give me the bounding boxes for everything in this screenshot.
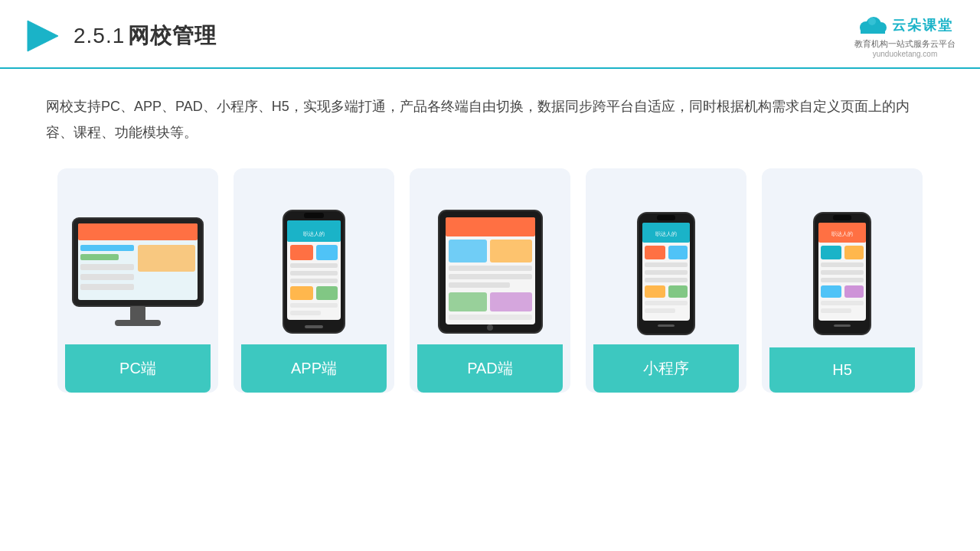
svg-rect-69 bbox=[821, 278, 864, 282]
svg-rect-11 bbox=[80, 254, 119, 260]
svg-rect-42 bbox=[449, 292, 487, 311]
svg-rect-20 bbox=[304, 213, 324, 218]
svg-rect-30 bbox=[290, 303, 338, 308]
cards-section: PC端 职达人的 bbox=[0, 161, 980, 408]
logo-cloud: 云朵课堂 bbox=[857, 14, 953, 37]
logo-area: 云朵课堂 教育机构一站式服务云平台 yunduoketang.com bbox=[854, 14, 956, 58]
svg-rect-15 bbox=[80, 284, 134, 290]
card-pad-label: PAD端 bbox=[417, 344, 563, 393]
phone-mini-device-icon: 职达人的 bbox=[635, 210, 697, 337]
svg-rect-72 bbox=[821, 301, 864, 305]
logo-text: 云朵课堂 bbox=[892, 16, 953, 34]
svg-rect-67 bbox=[821, 262, 864, 267]
svg-rect-10 bbox=[80, 245, 134, 251]
logo-subtitle: 教育机构一站式服务云平台 bbox=[854, 38, 956, 50]
page-title: 2.5.1网校管理 bbox=[74, 21, 217, 51]
svg-rect-12 bbox=[138, 245, 195, 272]
svg-rect-31 bbox=[290, 311, 321, 315]
tablet-device-icon bbox=[435, 207, 546, 337]
svg-rect-39 bbox=[449, 266, 532, 271]
svg-rect-62 bbox=[833, 215, 851, 220]
svg-rect-57 bbox=[645, 301, 688, 305]
svg-rect-59 bbox=[658, 324, 675, 327]
monitor-device-icon bbox=[69, 214, 207, 337]
card-pc-label: PC端 bbox=[65, 344, 211, 393]
svg-rect-41 bbox=[449, 282, 510, 288]
card-h5: 职达人的 H5 bbox=[762, 168, 923, 393]
page-container: 2.5.1网校管理 云朵课堂 教育机构一站式服务云平台 yunduok bbox=[0, 0, 980, 551]
svg-rect-16 bbox=[130, 306, 145, 321]
svg-rect-54 bbox=[645, 278, 688, 282]
logo-url: yunduoketang.com bbox=[873, 50, 938, 58]
svg-rect-66 bbox=[844, 246, 864, 259]
pad-image-area bbox=[417, 184, 563, 337]
svg-rect-26 bbox=[290, 271, 338, 276]
header-left: 2.5.1网校管理 bbox=[24, 18, 217, 54]
svg-rect-9 bbox=[78, 223, 198, 240]
svg-rect-32 bbox=[305, 325, 323, 328]
svg-rect-74 bbox=[834, 324, 851, 327]
svg-rect-28 bbox=[290, 286, 313, 300]
svg-text:职达人的: 职达人的 bbox=[303, 231, 325, 237]
description-paragraph: 网校支持PC、APP、PAD、小程序、H5，实现多端打通，产品各终端自由切换，数… bbox=[46, 93, 934, 145]
phone-app-device-icon: 职达人的 bbox=[279, 207, 348, 337]
svg-rect-5 bbox=[861, 28, 885, 34]
svg-text:职达人的: 职达人的 bbox=[831, 231, 853, 237]
svg-rect-58 bbox=[645, 308, 675, 313]
card-miniprogram: 职达人的 小程序 bbox=[586, 168, 746, 393]
pc-image-area bbox=[65, 184, 211, 337]
app-image-area: 职达人的 bbox=[241, 184, 387, 337]
svg-rect-73 bbox=[821, 308, 851, 313]
svg-rect-53 bbox=[645, 270, 688, 275]
header: 2.5.1网校管理 云朵课堂 教育机构一站式服务云平台 yunduok bbox=[0, 0, 980, 69]
svg-rect-68 bbox=[821, 270, 864, 275]
svg-rect-23 bbox=[290, 245, 313, 260]
svg-rect-13 bbox=[80, 264, 134, 270]
svg-rect-27 bbox=[290, 279, 338, 283]
svg-rect-51 bbox=[668, 246, 688, 259]
svg-rect-40 bbox=[449, 274, 532, 279]
svg-rect-29 bbox=[316, 286, 338, 300]
svg-rect-14 bbox=[80, 274, 134, 280]
svg-point-35 bbox=[487, 324, 493, 331]
svg-rect-24 bbox=[316, 245, 338, 260]
svg-rect-52 bbox=[645, 262, 688, 267]
svg-rect-50 bbox=[645, 246, 665, 259]
svg-rect-71 bbox=[844, 285, 864, 298]
miniprogram-image-area: 职达人的 bbox=[593, 184, 739, 337]
card-h5-label: H5 bbox=[769, 347, 915, 393]
svg-rect-43 bbox=[490, 292, 532, 311]
svg-rect-55 bbox=[645, 285, 665, 298]
phone-h5-device-icon: 职达人的 bbox=[812, 210, 873, 337]
card-app-label: APP端 bbox=[241, 344, 387, 393]
svg-rect-17 bbox=[115, 320, 161, 326]
card-pad: PAD端 bbox=[410, 168, 570, 393]
cloud-logo-icon bbox=[857, 14, 887, 37]
svg-rect-37 bbox=[449, 240, 487, 262]
svg-rect-70 bbox=[821, 285, 841, 298]
svg-rect-44 bbox=[449, 315, 532, 320]
svg-text:职达人的: 职达人的 bbox=[655, 231, 677, 237]
play-icon bbox=[24, 18, 61, 54]
svg-rect-36 bbox=[446, 217, 535, 236]
svg-rect-38 bbox=[490, 240, 532, 262]
svg-rect-25 bbox=[290, 263, 338, 268]
title-number: 2.5.1 bbox=[74, 24, 125, 47]
svg-rect-65 bbox=[821, 246, 841, 259]
svg-point-6 bbox=[868, 18, 876, 25]
description-text: 网校支持PC、APP、PAD、小程序、H5，实现多端打通，产品各终端自由切换，数… bbox=[0, 69, 980, 161]
svg-rect-56 bbox=[668, 285, 688, 298]
h5-image-area: 职达人的 bbox=[769, 184, 915, 337]
card-app: 职达人的 APP端 bbox=[234, 168, 394, 393]
card-miniprogram-label: 小程序 bbox=[593, 344, 739, 393]
svg-rect-47 bbox=[657, 215, 675, 220]
svg-marker-0 bbox=[28, 21, 58, 51]
title-text: 网校管理 bbox=[128, 24, 217, 47]
card-pc: PC端 bbox=[57, 168, 218, 393]
